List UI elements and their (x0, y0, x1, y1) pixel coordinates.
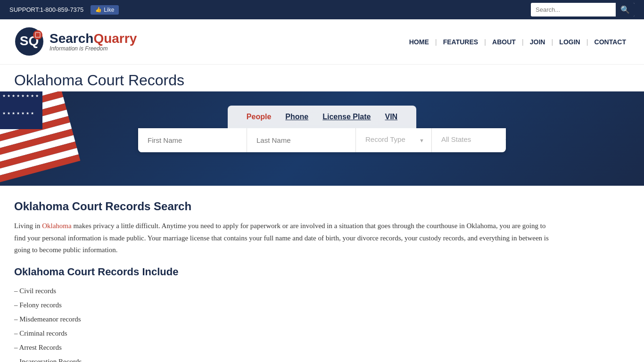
star: ★ (7, 111, 10, 127)
star: ★ (17, 111, 20, 127)
nav-features[interactable]: FEATURES (439, 36, 482, 48)
all-states-select[interactable]: All States Oklahoma Texas California (432, 128, 506, 150)
records-list: Civil recordsFelony recordsMisdemeanor r… (14, 284, 552, 362)
tab-vin[interactable]: VIN (385, 110, 397, 123)
star: ★ (12, 111, 15, 127)
logo-text: SearchQuarry Information is Freedom (50, 32, 137, 52)
content-area: Oklahoma Court Records Search Living in … (0, 186, 566, 362)
nav-sep-1: | (435, 38, 437, 46)
star: ★ (21, 94, 25, 110)
nav-join[interactable]: JOIN (526, 36, 549, 48)
record-type-wrap: Record Type Felony Misdemeanor Criminal … (356, 128, 432, 152)
logo-name: SearchQuarry (50, 32, 137, 45)
section1-title: Oklahoma Court Records Search (14, 200, 552, 213)
record-list-item: Arrest Records (14, 340, 552, 354)
logo-tagline: Information is Freedom (50, 45, 137, 52)
nav-login[interactable]: LOGIN (555, 36, 584, 48)
logo-quarry: Quarry (93, 31, 137, 46)
star: ★ (12, 94, 15, 110)
top-search-box: 🔍 (531, 3, 635, 16)
search-container: People Phone License Plate VIN Record Ty… (138, 106, 506, 152)
tab-panel: People Phone License Plate VIN (228, 106, 416, 128)
section2-title: Oklahoma Court Records Include (14, 266, 552, 278)
star: ★ (26, 94, 29, 110)
star: ★ (31, 111, 34, 127)
nav-sep-5: | (586, 38, 588, 46)
state-link-1[interactable]: Oklahoma (42, 222, 71, 230)
logo-area: SQ SearchQuarry Information is Freedom (14, 26, 137, 57)
fb-like-label: Like (104, 7, 114, 13)
record-list-item: Civil records (14, 284, 552, 298)
main-nav: HOME | FEATURES | ABOUT | JOIN | LOGIN |… (405, 36, 630, 48)
star: ★ (2, 94, 6, 110)
paragraph1-after: makes privacy a little difficult. Anytim… (14, 222, 549, 254)
top-search-button[interactable]: 🔍 (616, 3, 635, 16)
tab-phone[interactable]: Phone (285, 110, 308, 123)
paragraph1-before: Living in (14, 222, 42, 230)
top-bar-left: SUPPORT:1-800-859-7375 👍 Like (9, 5, 119, 15)
star: ★ (35, 94, 39, 110)
star: ★ (2, 111, 6, 127)
fb-like-button[interactable]: 👍 Like (91, 5, 119, 15)
logo-icon: SQ (14, 26, 45, 57)
record-list-item: Misdemeanor records (14, 312, 552, 326)
support-text: SUPPORT:1-800-859-7375 (9, 6, 83, 13)
nav-sep-2: | (484, 38, 486, 46)
last-name-input[interactable] (247, 128, 356, 152)
fb-thumb-icon: 👍 (95, 7, 102, 13)
tab-people[interactable]: People (247, 110, 271, 123)
site-header: SQ SearchQuarry Information is Freedom H… (0, 19, 644, 65)
record-type-select[interactable]: Record Type Felony Misdemeanor Criminal … (356, 128, 431, 150)
logo-search: Search (50, 31, 93, 46)
star: ★ (31, 94, 34, 110)
nav-home[interactable]: HOME (405, 36, 433, 48)
star: ★ (17, 94, 20, 110)
nav-contact[interactable]: CONTACT (591, 36, 630, 48)
hero-banner: ★ ★ ★ ★ ★ ★ ★ ★ ★ ★ ★ ★ ★ ★ ★ People Pho… (0, 91, 644, 186)
page-title: Oklahoma Court Records (14, 72, 630, 89)
all-states-wrap: All States Oklahoma Texas California (432, 128, 506, 152)
flag-decoration: ★ ★ ★ ★ ★ ★ ★ ★ ★ ★ ★ ★ ★ ★ ★ (0, 91, 94, 186)
search-tabs: People Phone License Plate VIN (138, 106, 506, 128)
star: ★ (21, 111, 25, 127)
paragraph1: Living in Oklahoma makes privacy a littl… (14, 220, 552, 256)
tab-license-plate[interactable]: License Plate (322, 110, 371, 123)
search-form-row: Record Type Felony Misdemeanor Criminal … (138, 128, 506, 152)
star: ★ (26, 111, 29, 127)
page-title-area: Oklahoma Court Records (0, 65, 644, 91)
nav-sep-3: | (522, 38, 524, 46)
star: ★ (7, 94, 10, 110)
first-name-input[interactable] (138, 128, 247, 152)
top-bar: SUPPORT:1-800-859-7375 👍 Like 🔍 (0, 0, 644, 19)
record-list-item: Criminal records (14, 326, 552, 340)
top-search-input[interactable] (531, 4, 616, 16)
record-list-item: Felony records (14, 298, 552, 312)
nav-about[interactable]: ABOUT (488, 36, 520, 48)
svg-point-2 (33, 30, 42, 40)
nav-sep-4: | (551, 38, 553, 46)
stars-area: ★ ★ ★ ★ ★ ★ ★ ★ ★ ★ ★ ★ ★ ★ ★ (0, 91, 42, 129)
record-list-item: Incarceration Records (14, 354, 552, 362)
